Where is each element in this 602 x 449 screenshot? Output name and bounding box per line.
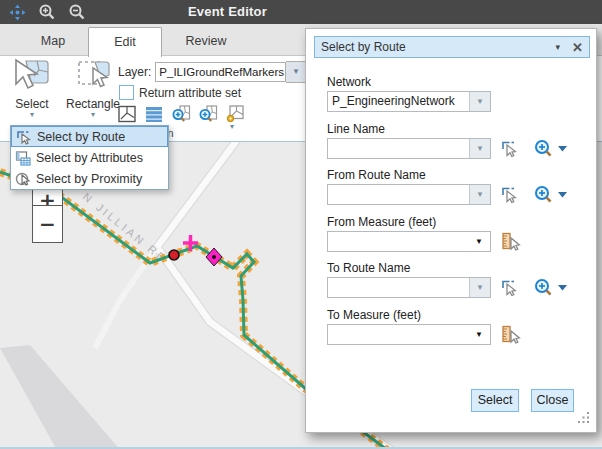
from-measure-label: From Measure (feet) [327, 215, 436, 229]
overlay-settings-icon[interactable]: ▾ [225, 104, 245, 124]
to-route-select-arrow-icon[interactable]: ▼ [469, 278, 490, 297]
layer-select[interactable]: P_ILIGroundRefMarkers [155, 62, 286, 82]
tab-review[interactable]: Review [162, 27, 250, 56]
zoom-to-selected-icon[interactable] [171, 104, 191, 124]
to-route-select[interactable]: ▼ [327, 277, 491, 298]
to-route-zoom-icon[interactable] [533, 278, 569, 302]
attribute-rows-icon[interactable] [144, 104, 164, 124]
network-label: Network [327, 75, 371, 89]
select-tool-caret-icon[interactable]: ▾ [4, 111, 60, 118]
network-select[interactable]: P_EngineeringNetwork ▼ [327, 91, 491, 112]
pan-icon[interactable] [8, 3, 26, 21]
road-band [0, 345, 122, 447]
rectangle-tool-icon [73, 78, 113, 95]
map-zoom-control: + − [32, 182, 63, 243]
menu-item-label: Select by Route [37, 130, 125, 144]
to-route-pick-on-map-icon[interactable] [500, 278, 520, 302]
close-button[interactable]: Close [531, 389, 574, 412]
rectangle-tool-button[interactable]: Rectangle ▾ [62, 58, 124, 118]
to-route-label: To Route Name [327, 261, 410, 275]
from-route-select[interactable]: ▼ [327, 184, 491, 205]
from-route-pick-on-map-icon[interactable] [500, 185, 520, 209]
zoom-to-selection-icon[interactable] [198, 104, 218, 124]
line-name-label: Line Name [327, 122, 385, 136]
layer-select-arrow-icon[interactable]: ▼ [286, 61, 306, 83]
selection-tools-row: ▾ [117, 104, 245, 124]
to-measure-combo[interactable]: ▼ [327, 324, 491, 345]
return-attribute-label: Return attribute set [139, 86, 241, 100]
from-measure-pick-icon[interactable] [500, 232, 522, 256]
to-measure-label: To Measure (feet) [327, 308, 421, 322]
line-pick-on-map-icon[interactable] [500, 139, 520, 163]
return-attribute-checkbox[interactable] [119, 85, 134, 100]
return-attribute-row: Return attribute set [119, 85, 241, 100]
tab-edit[interactable]: Edit [88, 27, 162, 57]
rectangle-tool-label: Rectangle [62, 97, 124, 111]
line-name-select-arrow-icon[interactable]: ▼ [469, 139, 490, 158]
app-title: Event Editor [188, 4, 267, 19]
panel-resize-grip[interactable] [577, 410, 590, 428]
panel-close-icon[interactable]: ✕ [572, 40, 583, 55]
panel-title: Select by Route [321, 40, 556, 54]
from-route-zoom-icon[interactable] [533, 185, 569, 209]
select-button[interactable]: Select [471, 389, 519, 412]
tab-map[interactable]: Map [18, 27, 88, 56]
select-by-route-panel: Select by Route ▾ ✕ Network P_Engineerin… [305, 28, 597, 433]
street-label: N JILLIAN RD [81, 190, 170, 265]
menu-item-select-by-route[interactable]: Select by Route [11, 126, 168, 147]
panel-collapse-icon[interactable]: ▾ [556, 42, 561, 52]
red-point-marker[interactable] [169, 250, 179, 260]
panel-header[interactable]: Select by Route ▾ ✕ [314, 36, 590, 58]
from-route-label: From Route Name [327, 168, 426, 182]
map-zoom-out-button[interactable]: − [32, 205, 63, 243]
to-measure-arrow-icon[interactable]: ▼ [475, 325, 483, 344]
menu-item-select-by-attributes[interactable]: Select by Attributes [11, 147, 168, 168]
network-value: P_EngineeringNetwork [332, 92, 455, 111]
to-measure-pick-icon[interactable] [500, 325, 522, 349]
select-tool-label: Select [4, 97, 60, 111]
select-by-route-icon [16, 129, 32, 145]
select-by-proximity-icon [15, 171, 31, 187]
layer-label: Layer: [118, 65, 151, 79]
select-tool-icon [12, 78, 52, 95]
network-select-arrow-icon[interactable]: ▼ [469, 92, 490, 111]
select-shape-icon[interactable] [117, 104, 137, 124]
menu-item-label: Select by Proximity [36, 172, 142, 186]
event-editor-window: Event Editor Map Edit Review Select ▾ [0, 0, 602, 449]
line-zoom-icon[interactable] [533, 139, 569, 163]
from-measure-combo[interactable]: ▼ [327, 231, 491, 252]
line-name-select[interactable]: ▼ [327, 138, 491, 159]
select-dropdown-menu: Select by Route Select by Attributes S [10, 125, 169, 190]
select-tool-button[interactable]: Select ▾ [4, 58, 60, 118]
select-by-attributes-icon [15, 150, 31, 166]
layer-row: Layer: P_ILIGroundRefMarkers ▼ [118, 61, 306, 83]
menu-item-select-by-proximity[interactable]: Select by Proximity [11, 168, 168, 189]
title-bar: Event Editor [0, 0, 602, 24]
menu-item-label: Select by Attributes [36, 151, 143, 165]
rectangle-tool-caret-icon[interactable]: ▾ [62, 111, 124, 118]
zoom-in-icon[interactable] [38, 3, 56, 21]
from-route-select-arrow-icon[interactable]: ▼ [469, 185, 490, 204]
zoom-out-icon[interactable] [68, 3, 86, 21]
from-measure-arrow-icon[interactable]: ▼ [475, 232, 483, 251]
